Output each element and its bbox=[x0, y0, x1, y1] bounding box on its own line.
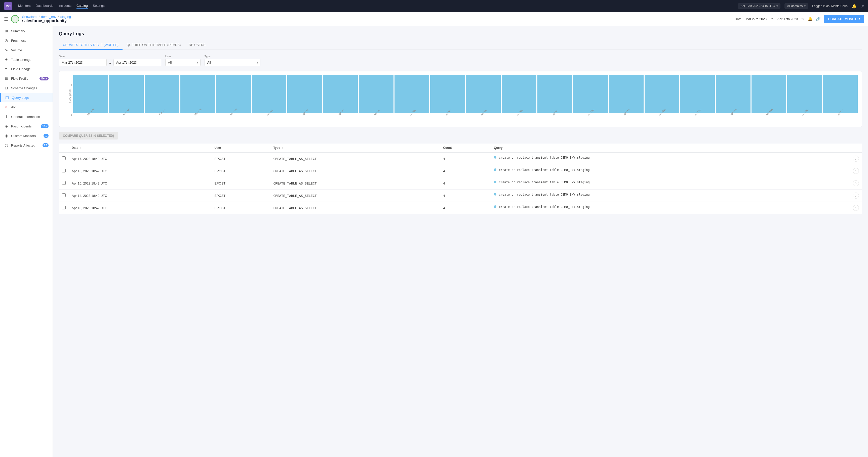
notification-icon[interactable]: 🔔 bbox=[808, 17, 813, 21]
user-select[interactable]: All EPOST bbox=[165, 59, 200, 66]
sidebar-item-schema-changes[interactable]: ⊟ Schema Changes bbox=[0, 83, 53, 93]
row-expand-4[interactable]: › bbox=[853, 205, 859, 211]
type-select[interactable]: All CREATE_TABLE_AS_SELECT bbox=[205, 59, 260, 66]
sidebar-item-reports-affected[interactable]: ◎ Reports Affected 27 bbox=[0, 140, 53, 150]
bar-3[interactable] bbox=[180, 75, 215, 113]
user-filter-label: User bbox=[165, 55, 200, 58]
table-row: Apr 13, 2023 18:42 UTC EPOST CREATE_TABL… bbox=[59, 202, 862, 214]
row-expand-0[interactable]: › bbox=[853, 156, 859, 162]
clock-icon: ◷ bbox=[4, 38, 8, 43]
row-checkbox-3[interactable] bbox=[62, 193, 66, 197]
bar-21[interactable] bbox=[823, 75, 858, 113]
row-checkbox-0[interactable] bbox=[62, 156, 66, 160]
link-icon[interactable]: 🔗 bbox=[816, 17, 821, 21]
sidebar-item-general-information[interactable]: ℹ General Information bbox=[0, 112, 53, 122]
bar-14[interactable] bbox=[573, 75, 608, 113]
breadcrumb-snowflake[interactable]: Snowflake bbox=[22, 15, 37, 19]
nav-incidents[interactable]: Incidents bbox=[58, 4, 71, 8]
reports-icon: ◎ bbox=[4, 143, 8, 148]
sidebar-label-past-incidents: Past Incidents bbox=[11, 124, 38, 128]
star-icon[interactable]: ☆ bbox=[801, 17, 805, 21]
bar-2[interactable] bbox=[145, 75, 179, 113]
row-checkbox-1[interactable] bbox=[62, 169, 66, 172]
bar-13[interactable] bbox=[537, 75, 572, 113]
domain-selector[interactable]: All domains ▾ bbox=[784, 3, 808, 9]
row-expand-2[interactable]: › bbox=[853, 180, 859, 186]
bar-18[interactable] bbox=[716, 75, 750, 113]
info-icon: ℹ bbox=[4, 115, 8, 119]
bar-col-2: Mar 29th bbox=[145, 75, 179, 117]
bar-17[interactable] bbox=[680, 75, 715, 113]
sidebar-label-field-lineage: Field Lineage bbox=[11, 67, 49, 71]
tab-db-users[interactable]: DB USERS bbox=[185, 40, 209, 50]
sidebar-item-freshness[interactable]: ◷ Freshness bbox=[0, 36, 53, 45]
bar-col-11: Apr 7th bbox=[466, 75, 501, 117]
bar-col-15: Apr 11th bbox=[609, 75, 644, 117]
filter-row: Date to User All EPOST Type bbox=[59, 55, 862, 66]
bar-8[interactable] bbox=[359, 75, 394, 113]
tab-reads[interactable]: QUERIES ON THIS TABLE (READS) bbox=[123, 40, 185, 50]
sidebar-item-dbt[interactable]: ✕ dbt bbox=[0, 102, 53, 112]
sidebar-label-volume: Volume bbox=[11, 48, 49, 52]
th-type[interactable]: Type ↕ bbox=[270, 143, 440, 152]
date-to-input[interactable] bbox=[114, 59, 161, 66]
bar-0[interactable] bbox=[73, 75, 108, 113]
sidebar-item-volume[interactable]: ∿ Volume bbox=[0, 45, 53, 55]
date-from-input[interactable] bbox=[59, 59, 107, 66]
bar-col-4: Mar 31st bbox=[216, 75, 251, 117]
create-monitor-button[interactable]: + CREATE MONITOR bbox=[824, 15, 864, 23]
cell-query-4: create or replace transient table DEMO_E… bbox=[491, 202, 862, 214]
th-date[interactable]: Date ↕ bbox=[69, 143, 211, 152]
bar-4[interactable] bbox=[216, 75, 251, 113]
tabs-bar: UPDATES TO THIS TABLE (WRITES) QUERIES O… bbox=[59, 40, 862, 50]
bar-9[interactable] bbox=[395, 75, 429, 113]
bell-icon[interactable]: 🔔 bbox=[851, 4, 857, 8]
bar-10[interactable] bbox=[430, 75, 465, 113]
sidebar-label-summary: Summary bbox=[11, 29, 49, 33]
sidebar-item-table-lineage[interactable]: ✦ Table Lineage bbox=[0, 55, 53, 64]
breadcrumb-demo-env[interactable]: demo_env bbox=[41, 15, 57, 19]
nav-dashboards[interactable]: Dashboards bbox=[36, 4, 53, 8]
bar-20[interactable] bbox=[787, 75, 822, 113]
compare-queries-button[interactable]: COMPARE QUERIES (0 SELECTED) bbox=[59, 132, 118, 139]
row-expand-3[interactable]: › bbox=[853, 193, 859, 199]
nav-monitors[interactable]: Monitors bbox=[18, 4, 31, 8]
sidebar-item-custom-monitors[interactable]: ◉ Custom Monitors 1 bbox=[0, 131, 53, 140]
row-expand-1[interactable]: › bbox=[853, 168, 859, 174]
bar-11[interactable] bbox=[466, 75, 501, 113]
cell-user-4: EPOST bbox=[211, 202, 270, 214]
tab-writes[interactable]: UPDATES TO THIS TABLE (WRITES) bbox=[59, 40, 123, 50]
cell-checkbox-3 bbox=[59, 190, 69, 202]
bar-7[interactable] bbox=[323, 75, 358, 113]
sidebar-item-summary[interactable]: ⊞ Summary bbox=[0, 26, 53, 36]
sidebar-item-field-profile[interactable]: ▦ Field Profile Beta bbox=[0, 74, 53, 83]
bar-1[interactable] bbox=[109, 75, 144, 113]
table-row: Apr 17, 2023 18:42 UTC EPOST CREATE_TABL… bbox=[59, 152, 862, 165]
type-select-wrapper: All CREATE_TABLE_AS_SELECT bbox=[205, 59, 260, 66]
breadcrumb-staging[interactable]: staging bbox=[60, 15, 71, 19]
sidebar-item-query-logs[interactable]: ◫ Query Logs bbox=[0, 93, 53, 102]
hamburger-button[interactable]: ☰ bbox=[4, 17, 8, 22]
cell-date-2: Apr 15, 2023 18:42 UTC bbox=[69, 177, 211, 190]
bar-15[interactable] bbox=[609, 75, 644, 113]
bar-16[interactable] bbox=[645, 75, 679, 113]
bar-6[interactable] bbox=[287, 75, 322, 113]
th-count: Count bbox=[440, 143, 491, 152]
row-checkbox-2[interactable] bbox=[62, 181, 66, 185]
sidebar-item-field-lineage[interactable]: ≡ Field Lineage bbox=[0, 64, 53, 74]
sidebar-item-past-incidents[interactable]: ◈ Past Incidents 10+ bbox=[0, 122, 53, 131]
bar-5[interactable] bbox=[252, 75, 286, 113]
cell-date-4: Apr 13, 2023 18:42 UTC bbox=[69, 202, 211, 214]
nav-catalog[interactable]: Catalog bbox=[76, 4, 88, 8]
date-selector[interactable]: Apr 17th 2023 23:15 UTC ▾ bbox=[738, 3, 780, 9]
nav-links: Monitors Dashboards Incidents Catalog Se… bbox=[18, 4, 105, 8]
sort-icon-type: ↕ bbox=[282, 146, 283, 149]
query-logs-icon: ◫ bbox=[5, 95, 9, 100]
bar-12[interactable] bbox=[502, 75, 536, 113]
share-icon[interactable]: ↗ bbox=[861, 4, 864, 8]
nav-settings[interactable]: Settings bbox=[93, 4, 105, 8]
row-checkbox-4[interactable] bbox=[62, 206, 66, 209]
cell-count-0: 4 bbox=[440, 152, 491, 165]
data-table: Date ↕ User Type ↕ Count Query Apr 17, 2… bbox=[59, 143, 862, 214]
bar-19[interactable] bbox=[751, 75, 786, 113]
